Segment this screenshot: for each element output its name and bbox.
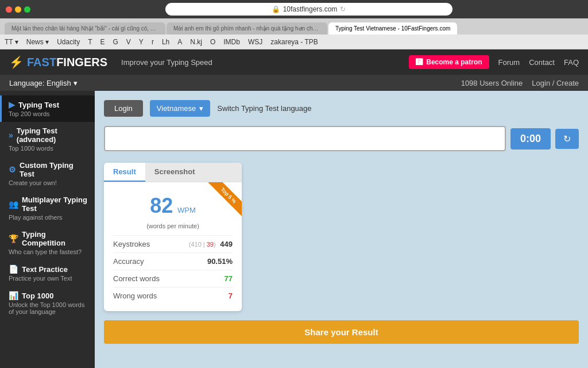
bookmark-a[interactable]: A <box>177 38 182 46</box>
sidebar-multiplayer-label: Multiplayer Typing Test <box>22 195 88 213</box>
address-text: 10fastfingers.com <box>283 5 338 13</box>
contact-link[interactable]: Contact <box>529 58 555 67</box>
tab-screenshot[interactable]: Screenshot <box>145 163 204 182</box>
sidebar-typing-test-label: Typing Test <box>18 101 59 109</box>
advanced-icon: » <box>9 131 13 140</box>
become-patron-button[interactable]: 🅿 Become a patron <box>409 55 489 69</box>
sidebar-item-custom-typing[interactable]: ⚙ Custom Typing Test Create your own! <box>0 156 95 191</box>
play-icon: ▶ <box>9 100 15 109</box>
sidebar-item-typing-test-advanced[interactable]: » Typing Test (advanced) Top 1000 words <box>0 122 95 156</box>
result-body: Top 5 % 82 WPM (words per minute) Keystr… <box>104 182 242 311</box>
minimize-dot[interactable] <box>15 6 21 13</box>
browser-chrome: 🔒 10fastfingers.com ↻ <box>0 0 588 18</box>
site-header: ⚡ FASTFINGERS Improve your Typing Speed … <box>0 49 588 75</box>
faq-link[interactable]: FAQ <box>564 58 579 67</box>
tab-1[interactable]: Một lần theo chân lái hàng Nhật "bãi" - … <box>5 22 165 34</box>
switch-typing-test-label: Switch Typing Test language <box>217 104 311 113</box>
language-dropdown-button[interactable]: Vietnamese ▾ <box>150 100 210 117</box>
refresh-button[interactable]: ↻ <box>555 129 579 149</box>
bookmark-o[interactable]: O <box>210 38 215 46</box>
language-bar-right: 1098 Users Online Login / Create <box>461 79 579 87</box>
top-controls: Login Vietnamese ▾ Switch Typing Test la… <box>104 100 579 117</box>
sidebar: ▶ Typing Test Top 200 words » Typing Tes… <box>0 91 95 368</box>
bookmark-y[interactable]: Y <box>139 38 144 46</box>
wpm-number: 82 <box>150 194 173 217</box>
bookmark-nkj[interactable]: N.kj <box>190 38 202 46</box>
browser-tabs: Một lần theo chân lái hàng Nhật "bãi" - … <box>0 18 588 34</box>
bookmark-tt[interactable]: TT ▾ <box>5 38 18 46</box>
sidebar-custom-subtitle: Create your own! <box>9 179 88 186</box>
sidebar-item-multiplayer[interactable]: 👥 Multiplayer Typing Test Play against o… <box>0 191 95 225</box>
bookmarks-bar: TT ▾ News ▾ Udacity T E G V Y r Lh A N.k… <box>0 34 588 49</box>
bookmark-wsj[interactable]: WSJ <box>248 38 262 46</box>
sidebar-item-text-practice[interactable]: 📄 Text Practice Practice your own Text <box>0 260 95 286</box>
stat-row-accuracy: Accuracy 90.51% <box>113 252 233 270</box>
sidebar-competition-label: Typing Competition <box>22 230 88 247</box>
accuracy-label: Accuracy <box>113 257 144 266</box>
wpm-unit: WPM <box>177 206 196 214</box>
bookmark-t[interactable]: T <box>88 38 92 46</box>
fastfingers-icon: ⚡ <box>9 55 24 69</box>
tab-3[interactable]: Typing Test Vietnamese - 10FastFingers.c… <box>328 22 457 34</box>
typing-area: 0:00 ↻ <box>104 126 579 151</box>
bookmark-v[interactable]: V <box>126 38 131 46</box>
close-dot[interactable] <box>6 6 12 13</box>
sidebar-text-practice-subtitle: Practice your own Text <box>9 275 88 282</box>
bookmark-e[interactable]: E <box>100 38 105 46</box>
chevron-down-icon: ▾ <box>74 79 78 87</box>
browser-dots <box>6 6 30 13</box>
language-selector[interactable]: Language: English ▾ <box>9 79 78 87</box>
keystroke-detail: (410 | 39) <box>189 241 216 248</box>
top-badge: Top 5 % <box>208 182 242 216</box>
tab-result[interactable]: Result <box>104 163 145 182</box>
forum-link[interactable]: Forum <box>498 58 520 67</box>
sidebar-item-top-1000[interactable]: 📊 Top 1000 Unlock the Top 1000 words of … <box>0 286 95 320</box>
bookmark-zakareya[interactable]: zakareya - TPB <box>270 38 318 46</box>
login-create-link[interactable]: Login / Create <box>532 79 579 87</box>
language-text: Language: English <box>9 79 71 87</box>
result-card: Result Screenshot Top 5 % 82 WPM (words … <box>104 163 242 311</box>
multiplayer-icon: 👥 <box>9 200 18 209</box>
header-right: 🅿 Become a patron Forum Contact FAQ <box>409 55 579 69</box>
bookmark-lh[interactable]: Lh <box>162 38 169 46</box>
stat-row-wrong: Wrong words 7 <box>113 287 233 304</box>
sidebar-multiplayer-subtitle: Play against others <box>9 214 88 221</box>
typing-input[interactable] <box>104 126 506 151</box>
correct-words-value: 77 <box>225 274 233 283</box>
bookmark-news[interactable]: News ▾ <box>26 38 49 46</box>
sidebar-advanced-label: Typing Test (advanced) <box>17 126 88 144</box>
reload-icon[interactable]: ↻ <box>340 5 346 13</box>
result-tabs: Result Screenshot <box>104 163 242 182</box>
lock-icon: 🔒 <box>272 5 280 13</box>
address-bar[interactable]: 🔒 10fastfingers.com ↻ <box>165 3 452 16</box>
wpm-subtitle: (words per minute) <box>113 223 233 229</box>
content-area: Login Vietnamese ▾ Switch Typing Test la… <box>95 91 588 368</box>
stat-row-keystrokes: Keystrokes (410 | 39) 449 <box>113 235 233 252</box>
text-practice-icon: 📄 <box>9 264 18 274</box>
site-tagline: Improve your Typing Speed <box>121 58 212 67</box>
keystrokes-value: (410 | 39) 449 <box>189 240 233 248</box>
keystrokes-label: Keystrokes <box>113 240 150 248</box>
bookmark-g[interactable]: G <box>113 38 118 46</box>
sidebar-competition-subtitle: Who can type the fastest? <box>9 248 88 255</box>
sidebar-top1000-subtitle: Unlock the Top 1000 words of your langua… <box>9 301 88 315</box>
correct-words-label: Correct words <box>113 274 160 283</box>
sidebar-item-typing-test[interactable]: ▶ Typing Test Top 200 words <box>0 95 95 122</box>
language-bar: Language: English ▾ 1098 Users Online Lo… <box>0 75 588 91</box>
bookmark-imdb[interactable]: IMDb <box>223 38 240 46</box>
patron-icon: 🅿 <box>416 58 423 66</box>
chevron-down-icon: ▾ <box>199 104 203 113</box>
share-result-button[interactable]: Share your Result <box>104 320 579 344</box>
language-btn-label: Vietnamese <box>157 104 196 113</box>
wrong-words-value: 7 <box>229 292 233 300</box>
accuracy-value: 90.51% <box>207 257 233 266</box>
bookmark-udacity[interactable]: Udacity <box>57 38 80 46</box>
logo-text: FASTFINGERS <box>27 56 107 69</box>
wrong-words-label: Wrong words <box>113 292 157 300</box>
bookmark-r[interactable]: r <box>152 38 154 46</box>
maximize-dot[interactable] <box>24 6 30 13</box>
login-button[interactable]: Login <box>104 100 143 117</box>
sidebar-item-competition[interactable]: 🏆 Typing Competition Who can type the fa… <box>0 225 95 260</box>
users-online: 1098 Users Online <box>461 79 523 87</box>
tab-2[interactable]: Mời anh em thi gõ phím nhanh - nhận quà … <box>167 22 327 34</box>
